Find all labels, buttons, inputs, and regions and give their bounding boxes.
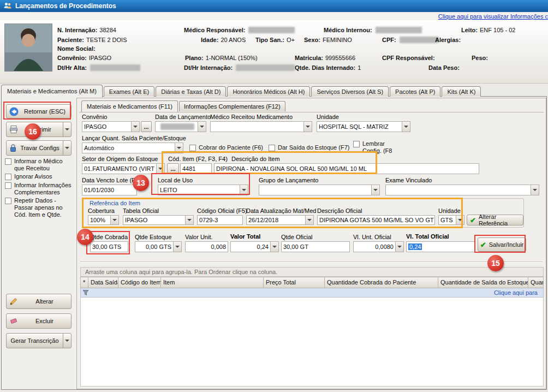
imprimir-dropdown[interactable] xyxy=(63,122,71,136)
codigo-oficial-input[interactable]: 0729-3 xyxy=(197,215,243,225)
tab-materiais-medicamentos[interactable]: Materiais e Medicamentos (Alt M) xyxy=(1,85,103,97)
unidade-value: HOSPITAL SQL - MATRIZ xyxy=(317,122,402,132)
excluir-button[interactable]: Excluir xyxy=(6,313,72,329)
dar-saida-checkbox[interactable]: Dar Saída do Estoque (F7) xyxy=(269,144,349,151)
item-browse-button[interactable]: ... xyxy=(167,163,179,174)
tab-pacotes[interactable]: Pacotes (Alt P) xyxy=(390,86,440,97)
setor-origem-dropdown-icon[interactable] xyxy=(156,164,164,174)
convenio-dropdown-icon[interactable] xyxy=(131,122,139,132)
exame-vinculado-combo[interactable] xyxy=(385,185,539,195)
qtde-cobrada-input[interactable]: 30,00 GTS xyxy=(90,241,128,252)
grid-body[interactable] xyxy=(80,298,544,387)
tab-materiais-f11[interactable]: Materiais e Medicamentos (F11) xyxy=(81,100,178,112)
grupo-lancamento-dropdown-icon[interactable] xyxy=(371,185,379,195)
tab-servicos-diversos[interactable]: Serviços Diversos (Alt S) xyxy=(311,86,389,97)
alterar-button[interactable]: Alterar xyxy=(6,294,72,309)
medico-receitou-dropdown-icon[interactable] xyxy=(303,122,312,132)
visualizar-informacoes-link[interactable]: Clique aqui para visualizar Informações … xyxy=(438,13,548,20)
cobertura-dropdown-icon[interactable] xyxy=(110,216,118,224)
checkbox-box-icon[interactable] xyxy=(5,158,11,165)
tabela-oficial-dropdown-icon[interactable] xyxy=(185,216,193,224)
qtde-oficial-input[interactable]: 30,00 GT xyxy=(281,241,350,252)
unidade-oficial-dropdown-icon[interactable] xyxy=(456,216,464,224)
descricao-item-input[interactable]: DIPIRONA - NOVALGINA SOL ORAL 500 MG/ML … xyxy=(214,163,479,174)
retornar-button[interactable]: Retornar (ESC) xyxy=(6,104,72,118)
valor-unit-input[interactable]: 0,008 xyxy=(185,241,228,252)
annotation-badge-15: 15 xyxy=(487,255,504,271)
vl-unt-oficial-combo[interactable]: 0,0080 xyxy=(353,241,404,252)
grid-group-area[interactable]: Arraste uma coluna aqui para agrupa-la. … xyxy=(80,267,544,277)
valor-total-dropdown-icon[interactable] xyxy=(270,242,278,252)
col-item[interactable]: Item xyxy=(161,277,264,288)
repetir-dados-checkbox[interactable]: Repetir Dados - Passar apenas no Cód. It… xyxy=(5,197,74,218)
qtde-estoque-combo[interactable]: 0,00 GTS xyxy=(135,241,182,252)
checkbox-box-icon[interactable] xyxy=(353,141,360,147)
col-quantidade-saida[interactable]: Quantidade de Saída do Estoque xyxy=(438,277,528,288)
setor-origem-combo[interactable]: 01.FATURAMENTO (VIRT xyxy=(82,163,165,174)
valor-total-combo[interactable]: 0,24 xyxy=(230,241,279,252)
cpf-field: CPF: xyxy=(382,37,439,43)
lembrar-config-checkbox[interactable]: Lembrar Config. (F8 xyxy=(353,140,401,155)
n-internacao-field: N. Internação:38284 xyxy=(57,27,116,33)
travar-configs-dropdown[interactable] xyxy=(63,141,71,155)
cobrar-paciente-checkbox[interactable]: Cobrar do Paciente (F6) xyxy=(189,144,263,151)
tab-diarias-taxas[interactable]: Diárias e Taxas (Alt D) xyxy=(156,86,226,97)
tab-exames[interactable]: Exames (Alt E) xyxy=(104,86,154,97)
tabela-oficial-combo[interactable]: IPASGO xyxy=(123,215,194,225)
checkbox-box-icon[interactable] xyxy=(5,182,11,189)
col-codigo-item[interactable]: Código do Item xyxy=(118,277,161,288)
data-atualizacao-dropdown-icon[interactable] xyxy=(305,216,313,224)
vl-unt-oficial-dropdown-icon[interactable] xyxy=(395,242,403,252)
qtde-estoque-dropdown-icon[interactable] xyxy=(173,242,181,252)
patient-photo-image xyxy=(5,24,52,71)
gerar-transcricao-button[interactable]: Gerar Transcrição xyxy=(6,333,72,348)
lancar-quant-dropdown-icon[interactable] xyxy=(175,143,183,153)
redacted-value xyxy=(376,27,422,33)
col-data-saida[interactable]: Data Saída xyxy=(88,277,118,288)
tab-honorarios-medicos[interactable]: Honorários Médicos (Alt H) xyxy=(227,86,310,97)
travar-configs-label: Travar Configs xyxy=(20,145,60,151)
descricao-oficial-input[interactable]: DIPIRONA GOTAS 500 MG/ML SO VO GT xyxy=(317,215,435,225)
checkbox-box-icon[interactable] xyxy=(5,174,11,180)
lancar-quant-combo[interactable]: Automático xyxy=(82,142,183,153)
local-uso-value: LEITO xyxy=(158,185,240,195)
convenio-browse-button[interactable]: ... xyxy=(141,121,152,132)
informar-medico-checkbox[interactable]: Informar o Médico que Receitou xyxy=(5,158,74,172)
grid-indicator-header[interactable]: * xyxy=(80,277,88,288)
medico-receitou-combo[interactable] xyxy=(210,121,312,132)
checkbox-box-icon[interactable] xyxy=(189,145,196,151)
data-lancamento-dropdown-icon[interactable] xyxy=(198,122,206,132)
alterar-referencia-button[interactable]: ✔ Alterar Referência xyxy=(467,215,523,225)
exame-vinculado-value xyxy=(386,185,531,195)
gerar-transcricao-dropdown[interactable] xyxy=(63,334,71,348)
data-atualizacao-combo[interactable]: 26/12/2018 xyxy=(246,215,314,225)
grid-filter-row[interactable]: Clique aqui para xyxy=(80,288,544,298)
col-quantidade-cobrada[interactable]: Quantidade Cobrada do Paciente xyxy=(325,277,438,288)
travar-configs-button[interactable]: Travar Configs xyxy=(6,140,72,156)
chevron-down-icon xyxy=(65,147,69,151)
ignorar-avisos-checkbox[interactable]: Ignorar Avisos xyxy=(5,173,74,180)
unidade-dropdown-icon[interactable] xyxy=(402,122,410,132)
tab-kits[interactable]: Kits (Alt K) xyxy=(442,86,481,97)
convenio-combo[interactable]: IPASGO xyxy=(82,121,140,132)
checkbox-box-icon[interactable] xyxy=(269,145,275,151)
cobertura-combo[interactable]: 100% xyxy=(88,215,119,225)
salvar-incluir-button[interactable]: ✔ Salvar/Incluir xyxy=(478,237,526,252)
col-quantidade-s[interactable]: Quantidade de S xyxy=(528,277,544,288)
grupo-lancamento-combo[interactable] xyxy=(259,185,380,195)
local-uso-combo[interactable]: LEITO xyxy=(158,185,248,195)
checkbox-box-icon[interactable] xyxy=(5,198,11,204)
exame-vinculado-dropdown-icon[interactable] xyxy=(531,185,539,195)
vl-total-oficial-input[interactable]: 0,24 xyxy=(406,241,475,252)
tab-complementares-f12[interactable]: Informações Complementares (F12) xyxy=(179,101,285,111)
cod-item-input[interactable]: 4481 xyxy=(180,163,212,174)
qtde-estoque-value: 0,00 GTS xyxy=(135,242,173,252)
chevron-down-icon xyxy=(175,246,180,250)
data-vencto-input[interactable]: 01/01/2030 xyxy=(82,185,137,195)
local-uso-dropdown-icon[interactable] xyxy=(240,185,248,195)
unidade-oficial-combo[interactable]: GTS xyxy=(438,215,464,225)
unidade-combo[interactable]: HOSPITAL SQL - MATRIZ xyxy=(317,121,410,132)
col-preco-total[interactable]: Preço Total xyxy=(264,277,325,288)
data-lancamento-combo[interactable] xyxy=(155,121,206,132)
informar-complementares-checkbox[interactable]: Informar Informações Complementares xyxy=(5,182,74,196)
